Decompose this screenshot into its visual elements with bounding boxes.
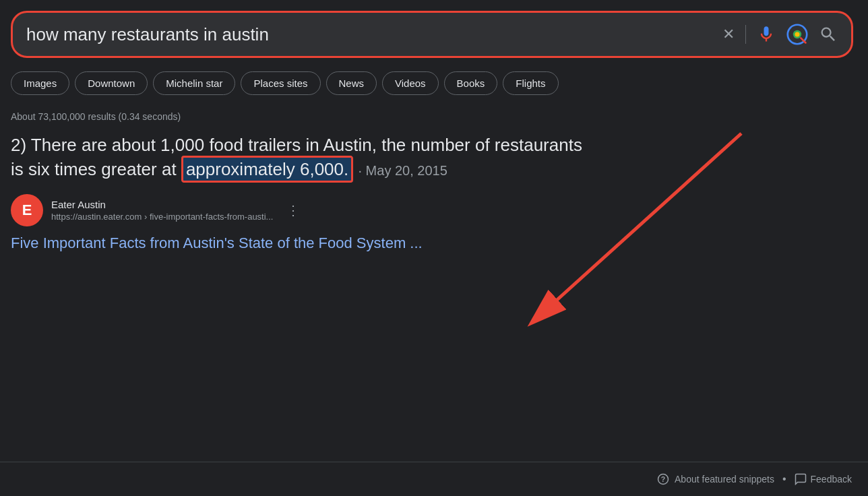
clear-icon[interactable]: ✕ <box>722 26 735 43</box>
search-actions: ✕ <box>722 24 838 45</box>
search-bar: ✕ <box>11 11 853 58</box>
feedback-icon <box>795 473 807 485</box>
mic-icon[interactable] <box>757 25 776 44</box>
snippet-text: 2) There are about 1,000 food trailers i… <box>11 133 596 182</box>
feedback-label: Feedback <box>811 474 852 485</box>
chip-books[interactable]: Books <box>444 71 498 95</box>
chip-flights[interactable]: Flights <box>503 71 558 95</box>
more-options-icon[interactable]: ⋮ <box>286 202 300 218</box>
snippet-date: · May 20, 2015 <box>358 163 447 178</box>
chip-videos[interactable]: Videos <box>382 71 439 95</box>
source-info: Eater Austin https://austin.eater.com › … <box>51 199 273 222</box>
filter-chips: Images Downtown Michelin star Places sit… <box>0 58 868 103</box>
result-link[interactable]: Five Important Facts from Austin's State… <box>0 232 868 260</box>
svg-text:?: ? <box>661 475 665 483</box>
bullet-separator: • <box>782 473 786 485</box>
search-icon[interactable] <box>819 25 838 44</box>
source-url: https://austin.eater.com › five-importan… <box>51 212 273 222</box>
search-bar-container: ✕ <box>0 0 868 58</box>
svg-point-2 <box>795 32 799 36</box>
chip-images[interactable]: Images <box>11 71 69 95</box>
source-row: E Eater Austin https://austin.eater.com … <box>0 182 868 232</box>
search-input[interactable] <box>26 24 712 45</box>
feedback-button[interactable]: Feedback <box>795 473 852 485</box>
source-name: Eater Austin <box>51 199 273 210</box>
featured-snippet: 2) There are about 1,000 food trailers i… <box>0 127 607 182</box>
chip-news[interactable]: News <box>326 71 377 95</box>
bottom-bar: ? About featured snippets • Feedback <box>0 462 868 496</box>
snippet-highlight: approximately 6,000. <box>181 156 353 183</box>
divider <box>745 25 746 44</box>
chip-michelin[interactable]: Michelin star <box>153 71 235 95</box>
chip-downtown[interactable]: Downtown <box>75 71 148 95</box>
source-logo: E <box>11 194 43 226</box>
about-snippets-label: About featured snippets <box>675 474 774 485</box>
lens-icon[interactable] <box>786 24 808 45</box>
results-count: About 73,100,000 results (0.34 seconds) <box>0 103 868 127</box>
chip-places[interactable]: Places sites <box>241 71 320 95</box>
about-snippets[interactable]: ? About featured snippets <box>657 473 774 485</box>
info-icon: ? <box>657 473 669 485</box>
